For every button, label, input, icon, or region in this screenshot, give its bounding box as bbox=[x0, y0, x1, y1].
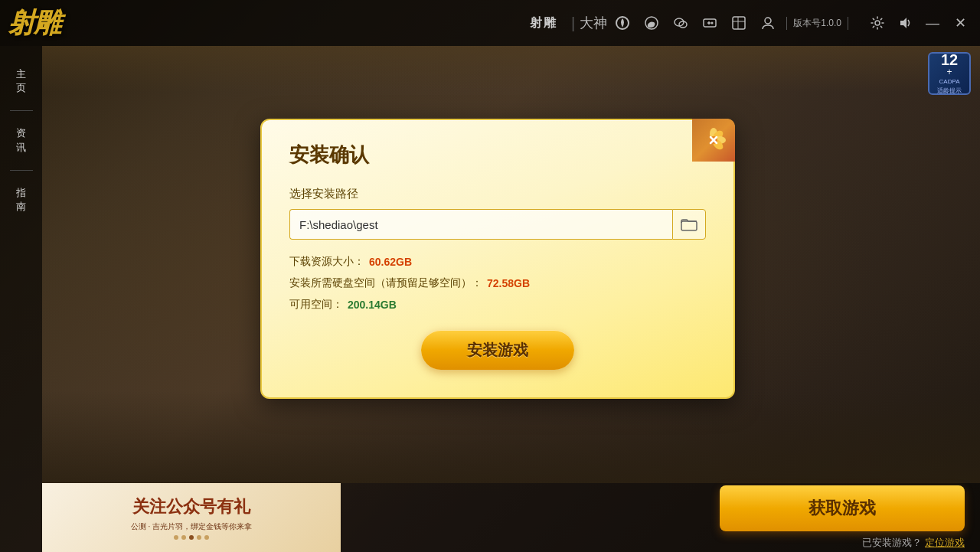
path-label: 选择安装路径 bbox=[289, 187, 706, 201]
banner-dot-1 bbox=[174, 535, 178, 540]
sidebar-label-guide: 指 南 bbox=[16, 186, 26, 214]
banner-subtitle: 公测 · 吉光片羽，绑定金钱等你来拿 bbox=[131, 521, 252, 532]
age-rating-badge: 12 + CADPA 适龄提示 bbox=[928, 52, 971, 95]
sidebar-label-home: 主 页 bbox=[16, 67, 26, 95]
nav-icons: 射雕 | 大神 版本号1.0.0 bbox=[521, 9, 851, 37]
banner-title: 关注公众号有礼 bbox=[131, 495, 252, 518]
nav-dashen[interactable]: 大神 bbox=[580, 9, 607, 37]
version-text: 版本号1.0.0 bbox=[786, 17, 848, 30]
nav-community[interactable] bbox=[725, 9, 753, 37]
download-size-value: 60.62GB bbox=[369, 256, 412, 268]
install-game-button[interactable]: 安装游戏 bbox=[421, 330, 574, 370]
sidebar-item-guide[interactable]: 指 南 bbox=[0, 180, 42, 220]
arch-top bbox=[42, 46, 980, 92]
available-space-row: 可用空间： 200.14GB bbox=[289, 298, 706, 312]
nav-user[interactable] bbox=[754, 9, 782, 37]
path-input[interactable] bbox=[289, 209, 672, 240]
locate-game-link[interactable]: 定位游戏 bbox=[925, 536, 965, 550]
sidebar: 主 页 资 讯 指 南 bbox=[0, 46, 42, 552]
svg-rect-6 bbox=[733, 17, 745, 29]
age-label-cadpa: CADPA bbox=[939, 78, 960, 85]
available-space-label: 可用空间： bbox=[289, 298, 343, 312]
window-controls: — ✕ bbox=[865, 11, 972, 35]
settings-button[interactable] bbox=[865, 11, 890, 35]
banner-dot-3 bbox=[189, 535, 194, 540]
dialog-title: 安装确认 bbox=[289, 142, 706, 168]
installed-row: 已安装游戏？ 定位游戏 bbox=[862, 536, 965, 550]
banner[interactable]: 关注公众号有礼 公测 · 吉光片羽，绑定金钱等你来拿 bbox=[42, 483, 341, 552]
nav-divider-1: | bbox=[571, 15, 575, 32]
dialog-close-button[interactable] bbox=[692, 119, 735, 162]
bottom-right: 获取游戏 已安装游戏？ 定位游戏 bbox=[341, 485, 980, 550]
svg-rect-18 bbox=[681, 221, 697, 230]
logo-area: 射雕 bbox=[8, 5, 60, 42]
banner-dot-2 bbox=[181, 535, 186, 540]
sound-button[interactable] bbox=[893, 11, 917, 35]
get-game-button[interactable]: 获取游戏 bbox=[720, 485, 965, 531]
download-size-row: 下载资源大小： 60.62GB bbox=[289, 255, 706, 269]
nav-game-icon[interactable] bbox=[696, 9, 724, 37]
sidebar-item-news[interactable]: 资 讯 bbox=[0, 120, 42, 160]
flower-background bbox=[692, 119, 735, 162]
bottom-right-content: 获取游戏 已安装游戏？ 定位游戏 bbox=[720, 485, 965, 550]
close-button[interactable]: ✕ bbox=[948, 11, 972, 35]
available-space-value: 200.14GB bbox=[348, 299, 397, 311]
svg-point-9 bbox=[765, 18, 771, 24]
install-dialog: 安装确认 选择安装路径 下载资源大小： 60.62GB 安装所需硬盘空间（请预留… bbox=[260, 119, 735, 399]
banner-dots bbox=[131, 535, 252, 540]
disk-space-label: 安装所需硬盘空间（请预留足够空间）： bbox=[289, 276, 482, 290]
path-row bbox=[289, 209, 706, 240]
sidebar-divider-1 bbox=[10, 110, 33, 111]
banner-content: 关注公众号有礼 公测 · 吉光片羽，绑定金钱等你来拿 bbox=[131, 495, 252, 540]
sidebar-label-news: 资 讯 bbox=[16, 126, 26, 154]
minimize-button[interactable]: — bbox=[920, 11, 945, 35]
nav-360[interactable] bbox=[609, 9, 636, 37]
disk-space-row: 安装所需硬盘空间（请预留足够空间）： 72.58GB bbox=[289, 276, 706, 290]
age-plus: + bbox=[946, 67, 952, 77]
svg-point-10 bbox=[875, 21, 880, 25]
street-ground bbox=[42, 391, 980, 483]
topbar: 射雕 射雕 | 大神 版本号1.0.0 bbox=[0, 0, 980, 46]
browse-button[interactable] bbox=[672, 209, 706, 240]
download-size-label: 下载资源大小： bbox=[289, 255, 364, 269]
game-logo: 射雕 bbox=[8, 5, 60, 42]
nav-wechat[interactable] bbox=[667, 9, 694, 37]
bottom-bar: 关注公众号有礼 公测 · 吉光片羽，绑定金钱等你来拿 获取游戏 已安装游戏？ 定… bbox=[42, 483, 980, 552]
age-label-text: 适龄提示 bbox=[937, 87, 962, 95]
age-number: 12 bbox=[941, 52, 958, 67]
nav-game-name: 射雕 bbox=[521, 15, 567, 31]
svg-point-5 bbox=[711, 22, 714, 24]
nav-weibo[interactable] bbox=[638, 9, 665, 37]
disk-space-value: 72.58GB bbox=[487, 277, 530, 289]
banner-dot-4 bbox=[197, 535, 201, 540]
installed-text: 已安装游戏？ bbox=[862, 536, 922, 550]
banner-dot-5 bbox=[204, 535, 209, 540]
sidebar-divider-2 bbox=[10, 170, 33, 171]
sidebar-item-home[interactable]: 主 页 bbox=[0, 61, 42, 101]
